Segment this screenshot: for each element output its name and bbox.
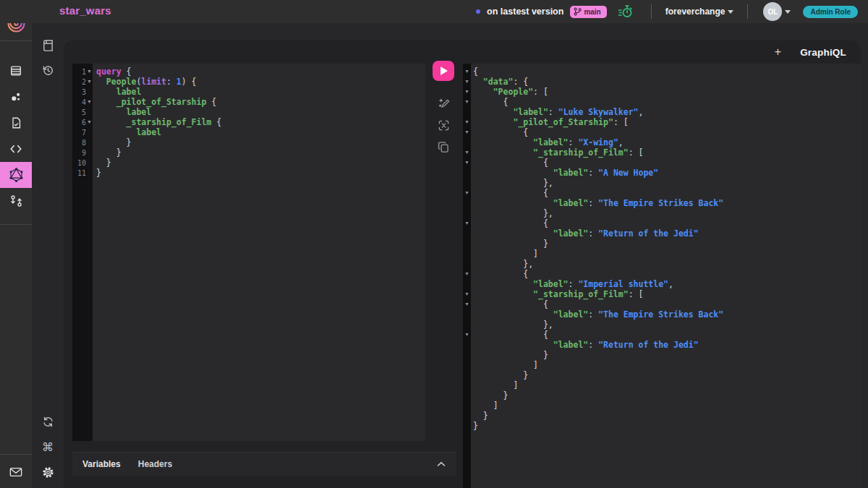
page-title: star_wars: [59, 4, 111, 17]
fold-marker[interactable]: ▼: [463, 147, 471, 158]
code-line: _pilot_of_Starship {: [96, 97, 425, 107]
editor-tools-bar: Variables Headers: [72, 452, 456, 476]
code-line: "_starship_of_Film": [: [473, 289, 861, 299]
settings-button[interactable]: [32, 460, 64, 485]
refetch-schema-button[interactable]: [32, 409, 64, 435]
fold-marker[interactable]: ▼: [463, 330, 471, 340]
fold-marker[interactable]: ▼: [463, 299, 471, 309]
user-menu[interactable]: OL: [762, 2, 791, 21]
docs-button[interactable]: [32, 33, 64, 58]
fold-marker: [463, 309, 471, 320]
divider: [0, 454, 32, 455]
code-line: }: [473, 350, 861, 360]
code-line: {: [473, 127, 861, 137]
code-line: "label": "X-wing",: [473, 137, 861, 147]
fold-marker[interactable]: ▼: [463, 127, 471, 137]
fold-marker: [463, 137, 471, 147]
line-number: 10: [72, 158, 93, 168]
chevron-down-icon: [785, 10, 791, 14]
fold-marker: [463, 168, 471, 178]
code-line: }: [473, 390, 861, 401]
branch-badge-label: main: [584, 8, 600, 16]
collapse-tools-button[interactable]: [437, 461, 446, 467]
fold-marker[interactable]: ▼: [463, 188, 471, 198]
code-line: }: [473, 239, 861, 249]
editor-code-area[interactable]: query { People(limit: 1) { label _pilot_…: [93, 64, 425, 441]
fold-marker[interactable]: ▼: [463, 218, 471, 228]
code-line: },: [473, 320, 861, 330]
code-line: ]: [473, 360, 861, 370]
fold-marker[interactable]: ▼: [463, 67, 471, 77]
code-line: },: [473, 178, 861, 188]
top-bar-right: on lastest version main: [476, 0, 858, 23]
sidebar-item-tables[interactable]: [0, 58, 32, 84]
status-dot-icon: [476, 9, 480, 14]
line-number[interactable]: 4▼: [72, 97, 93, 107]
fold-marker[interactable]: ▼: [463, 158, 471, 168]
fold-marker: [463, 340, 471, 350]
fold-marker[interactable]: ▼: [463, 269, 471, 279]
org-name: foreverchange: [665, 7, 726, 17]
execute-button[interactable]: [433, 61, 454, 81]
code-line: "label": "Luke Skywalker",: [473, 107, 861, 117]
code-line: "label": "Return of the Jedi": [473, 340, 861, 350]
copy-button[interactable]: [438, 136, 449, 158]
org-dropdown[interactable]: foreverchange: [665, 7, 734, 17]
code-line: {: [473, 97, 861, 107]
sidebar-item-validation[interactable]: [0, 110, 32, 136]
fold-marker: [463, 259, 471, 269]
fold-marker[interactable]: ▼: [463, 97, 471, 107]
sidebar-item-graph[interactable]: [0, 84, 32, 110]
code-line: }: [96, 147, 425, 158]
fold-marker: [463, 178, 471, 188]
code-line: }: [473, 370, 861, 380]
line-number[interactable]: 1▼: [72, 67, 93, 77]
fold-marker[interactable]: ▼: [463, 289, 471, 299]
graphiql-sidebar: ⌘: [32, 23, 64, 488]
fold-marker: [463, 249, 471, 259]
editor-line-gutter: 1▼2▼34▼56▼7891011: [72, 64, 93, 441]
code-line: {: [473, 269, 861, 279]
response-viewer: { "data": { "People": [ { "label": "Luke…: [471, 64, 861, 488]
merge-button[interactable]: [438, 114, 450, 136]
code-line: "People": [: [473, 87, 861, 97]
stopwatch-icon[interactable]: [618, 4, 633, 19]
code-line: },: [473, 208, 861, 218]
line-number[interactable]: 6▼: [72, 117, 93, 127]
fold-marker: [463, 279, 471, 289]
history-button[interactable]: [32, 58, 64, 83]
prettify-button[interactable]: [438, 93, 450, 114]
sidebar-item-graphql[interactable]: [0, 162, 32, 188]
shortcut-dialog-button[interactable]: ⌘: [32, 435, 64, 460]
query-editor[interactable]: 1▼2▼34▼56▼7891011 query { People(limit: …: [72, 64, 425, 441]
sidebar-item-mail[interactable]: [0, 459, 32, 485]
fold-marker: [463, 421, 471, 431]
fold-marker: [463, 208, 471, 218]
avatar: OL: [763, 2, 782, 21]
line-number: 9: [72, 147, 93, 158]
docs-icon: [42, 39, 54, 52]
code-line: "label": "A New Hope": [473, 168, 861, 178]
fold-marker[interactable]: ▼: [463, 117, 471, 127]
code-line: "label": "The Empire Strikes Back": [473, 309, 861, 320]
sidebar-item-code[interactable]: [0, 136, 32, 162]
gear-icon: [42, 466, 54, 479]
fold-marker[interactable]: ▼: [463, 77, 471, 87]
tab-headers[interactable]: Headers: [138, 459, 172, 469]
code-line: People(limit: 1) {: [96, 77, 425, 87]
line-number[interactable]: 2▼: [72, 77, 93, 87]
fold-marker: [463, 239, 471, 249]
add-tab-button[interactable]: +: [775, 46, 781, 58]
code-line: {: [473, 218, 861, 228]
code-line: },: [473, 259, 861, 269]
code-icon: [9, 143, 22, 155]
fold-marker[interactable]: ▼: [463, 87, 471, 97]
code-line: }: [473, 421, 861, 431]
line-number: 8: [72, 137, 93, 147]
tab-variables[interactable]: Variables: [82, 459, 121, 469]
sidebar-item-git-compare[interactable]: [0, 188, 32, 214]
code-line: {: [473, 67, 861, 77]
document-check-icon: [10, 116, 22, 129]
code-line: ]: [473, 380, 861, 390]
fold-marker: [463, 350, 471, 360]
